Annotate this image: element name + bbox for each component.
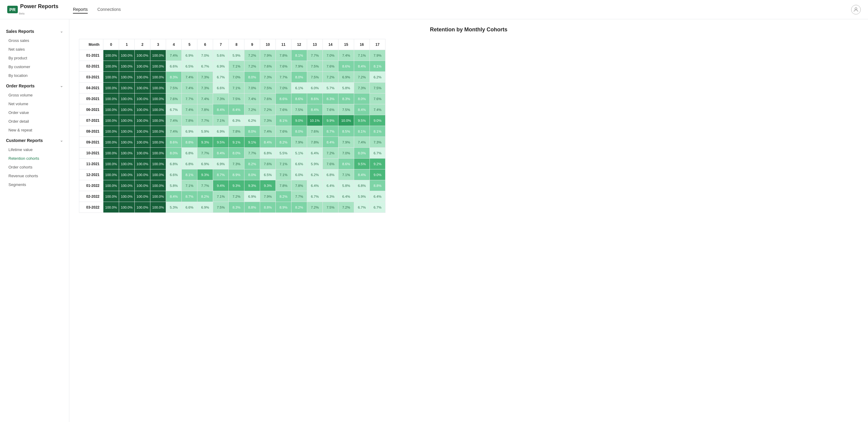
cohort-cell: 7.1% [213,191,229,202]
table-row: 03-2022100.0%100.0%100.0%100.0%5.3%6.6%6… [79,202,385,213]
table-row: 04-2021100.0%100.0%100.0%100.0%7.5%7.4%7… [79,83,385,93]
cohort-cell: 7.6% [307,126,323,137]
sidebar-item-new-repeat[interactable]: New & repeat [0,126,69,134]
cohort-cell: 6.2% [370,72,385,83]
cohort-cell: 100.0% [103,50,119,61]
sidebar-item-order-detail[interactable]: Order detail [0,117,69,126]
month-label-11-2021: 11-2021 [79,158,103,170]
table-row: 01-2021100.0%100.0%100.0%100.0%7.4%6.9%7… [79,50,385,61]
user-icon[interactable] [851,5,861,14]
sidebar-item-lifetime-value[interactable]: Lifetime value [0,145,69,154]
cohort-cell: 6.3% [229,115,244,126]
cohort-cell: 7.2% [244,61,260,72]
cohort-cell: 100.0% [103,180,119,191]
sidebar-item-gross-volume[interactable]: Gross volume [0,91,69,99]
cohort-cell: 8.4% [354,104,370,115]
sidebar-item-segments[interactable]: Segments [0,180,69,189]
nav-reports[interactable]: Reports [73,6,88,13]
month-label-01-2021: 01-2021 [79,50,103,61]
sidebar: Sales Reports ⌄ Gross sales Net sales By… [0,19,69,422]
cohort-cell: 8.9% [229,170,244,180]
cohort-cell: 8.2% [291,202,307,213]
cohort-cell: 7.6% [276,104,291,115]
sidebar-item-gross-sales[interactable]: Gross sales [0,36,69,45]
cohort-cell: 7.6% [276,61,291,72]
sidebar-section-sales[interactable]: Sales Reports ⌄ [0,25,69,36]
cohort-cell: 6.4% [370,191,385,202]
cohort-cell: 8.8% [370,180,385,191]
cohort-cell: 100.0% [150,148,166,158]
col-header-4: 4 [166,39,182,50]
cohort-cell: 100.0% [119,148,135,158]
cohort-cell: 7.8% [291,180,307,191]
report-title: Retention by Monthly Cohorts [79,27,858,33]
nav-connections[interactable]: Connections [97,6,121,13]
cohort-cell: 6.9% [182,50,197,61]
cohort-cell: 6.4% [323,180,338,191]
sidebar-section-customers[interactable]: Customer Reports ⌄ [0,134,69,145]
cohort-cell: 7.3% [260,72,276,83]
cohort-cell: 7.7% [291,191,307,202]
cohort-cell: 100.0% [103,170,119,180]
cohort-cell: 8.7% [213,170,229,180]
col-header-month: Month [79,39,103,50]
cohort-cell: 7.2% [354,72,370,83]
cohort-cell: 8.4% [229,104,244,115]
cohort-cell: 6.7% [354,202,370,213]
month-label-10-2021: 10-2021 [79,148,103,158]
cohort-cell: 8.6% [291,93,307,104]
chevron-down-icon: ⌄ [60,138,63,143]
cohort-cell: 100.0% [119,83,135,93]
cohort-cell: 6.8% [166,158,182,170]
cohort-cell: 8.0% [244,170,260,180]
cohort-cell: 9.2% [370,158,385,170]
cohort-cell: 10.0% [338,115,354,126]
sidebar-item-by-customer[interactable]: By customer [0,62,69,71]
cohort-cell: 5.8% [166,180,182,191]
logo-text: Power Reports [20,4,59,10]
cohort-cell: 10.1% [307,115,323,126]
month-label-09-2021: 09-2021 [79,137,103,148]
cohort-cell: 6.8% [323,170,338,180]
cohort-cell: 6.6% [213,83,229,93]
cohort-cell: 7.6% [323,104,338,115]
cohort-cell: 7.6% [323,158,338,170]
table-row: 06-2021100.0%100.0%100.0%100.0%6.7%7.4%7… [79,104,385,115]
cohort-cell: 7.8% [182,115,197,126]
sidebar-item-retention-cohorts[interactable]: Retention cohorts [0,154,69,163]
cohort-cell: 6.9% [197,202,213,213]
cohort-cell: 8.4% [354,170,370,180]
sidebar-item-order-cohorts[interactable]: Order cohorts [0,163,69,172]
cohort-cell: 8.1% [370,61,385,72]
sidebar-item-revenue-cohorts[interactable]: Revenue cohorts [0,172,69,180]
table-row: 05-2021100.0%100.0%100.0%100.0%7.6%7.7%7… [79,93,385,104]
sidebar-section-orders[interactable]: Order Reports ⌄ [0,80,69,91]
cohort-cell: 100.0% [119,93,135,104]
cohort-cell: 6.1% [291,83,307,93]
cohort-cell: 100.0% [103,72,119,83]
cohort-cell: 7.5% [166,83,182,93]
sidebar-item-net-volume[interactable]: Net volume [0,99,69,108]
cohort-cell: 8.1% [354,126,370,137]
table-row: 02-2021100.0%100.0%100.0%100.0%6.6%6.5%6… [79,61,385,72]
cohort-cell: 7.5% [291,104,307,115]
cohort-cell: 100.0% [135,115,150,126]
cohort-cell: 100.0% [150,93,166,104]
cohort-cell: 9.5% [213,137,229,148]
cohort-cell: 8.2% [276,137,291,148]
sidebar-item-net-sales[interactable]: Net sales [0,45,69,54]
cohort-cell: 100.0% [135,50,150,61]
cohort-cell: 7.7% [244,148,260,158]
sidebar-item-by-product[interactable]: By product [0,54,69,62]
sidebar-item-by-location[interactable]: By location [0,71,69,80]
logo-abbr: PR [9,7,16,12]
cohort-cell: 100.0% [119,50,135,61]
cohort-cell: 8.9% [276,202,291,213]
cohort-cell: 7.7% [307,50,323,61]
cohort-cell: 7.0% [323,50,338,61]
cohort-cell: 100.0% [135,148,150,158]
sidebar-item-order-value[interactable]: Order value [0,108,69,117]
cohort-cell: 8.6% [166,137,182,148]
cohort-cell: 100.0% [119,180,135,191]
cohort-cell: 9.3% [260,180,276,191]
